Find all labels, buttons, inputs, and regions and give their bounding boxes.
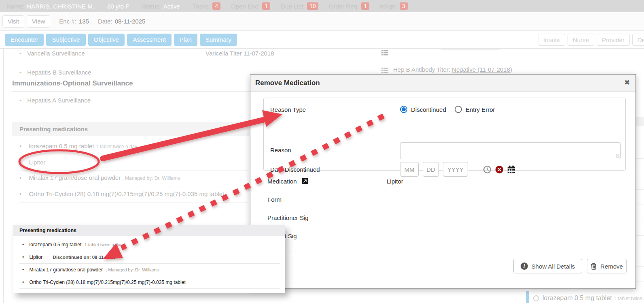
day-input[interactable] [423,162,439,177]
entry-error-radio-label[interactable]: Entry Error [466,106,495,113]
enc-number-value: 135 [79,18,89,25]
close-icon[interactable]: ✖ [625,79,630,86]
hep-b-titer-link[interactable]: Negative (11-07-2018) [452,66,512,73]
enc-number-label: Enc #: [59,18,76,25]
external-link-icon[interactable] [302,178,308,186]
medication-detail: 1 tablet twice a day [614,296,644,301]
stage-tab-group: Intake Nurse Provider Depar [538,34,644,46]
panel-left-border [3,49,4,303]
calendar-icon[interactable] [507,165,516,175]
immunization-row-label: Hepatitis A Surveillance [19,97,91,104]
reason-label: Reason [270,147,291,154]
discontinued-radio[interactable] [400,106,407,113]
reason-input[interactable] [400,142,621,159]
row-divider [19,186,248,186]
row-divider [636,266,644,267]
app-window: Name: HARRIS, CHRISTINE M. 30 y/o F Stat… [0,0,644,303]
tab-plan[interactable]: Plan [174,34,197,46]
due-list-label: Due List: [281,3,305,10]
medication-row: lorazepam 0.5 mg tablet 1 tablet twice a… [542,294,644,302]
medication-detail: 1 tablet twice a day [96,144,138,149]
medication-detail: ; Managed by: Dr. Williams [122,175,180,181]
clock-icon[interactable] [483,165,491,175]
order-req-badge[interactable]: 1 [361,2,369,10]
tab-objective[interactable]: Objective [88,34,125,46]
medication-name: lorazepam 0.5 mg tablet [542,294,612,301]
row-divider [19,170,248,171]
row-divider [636,235,644,236]
row-divider [636,282,644,282]
dialog-title: Remove Medication [255,79,320,87]
medication-label: Medication [267,178,297,185]
tab-encounter[interactable]: Encounter [5,34,44,46]
view-button[interactable]: View [27,15,50,28]
show-all-details-button[interactable]: i Show All Details [513,259,582,273]
order-req-label: Order Req: [329,3,359,10]
year-input[interactable] [443,162,468,177]
tab-departure[interactable]: Depar [632,34,644,46]
form-label: Form [267,196,282,203]
remove-medication-dialog: Remove Medication ✖ Reason Type Disconti… [250,74,636,289]
medication-name: Ortho Tri-Cyclen (28) 0.18 mg(7)/0.215mg… [29,190,224,197]
tab-nurse[interactable]: Nurse [568,34,594,46]
medication-row: Miralax 17 gram/dose oral powder ; Manag… [19,174,180,181]
medication-detail: 1 tablet twice a day [85,242,123,247]
name-label: Name: [6,3,24,10]
patient-info-bar: Name: HARRIS, CHRISTINE M. 30 y/o F Stat… [0,0,644,12]
discontinued-on-note: Discontinued on: 08-11-2025 [53,255,116,260]
right-panel-band [636,117,644,126]
reason-fieldset: Reason Type Discontinued Entry Error Rea… [263,98,626,171]
due-list-badge[interactable]: 10 [307,2,318,10]
row-divider [19,202,248,203]
medication-value: Lipitor [387,178,403,185]
tasks-label: Tasks: [193,3,210,10]
medication-name: Miralax 17 gram/dose oral powder [30,267,103,273]
row-divider [12,63,632,63]
month-input[interactable] [400,162,419,177]
esign-badge[interactable]: 3 [400,2,408,10]
entry-error-radio[interactable] [455,106,462,113]
medication-name: Lipitor [30,254,43,260]
open-enc-badge[interactable]: 1 [262,2,270,10]
tab-assessment[interactable]: Assessment [127,34,172,46]
row-divider [19,276,280,276]
row-divider [636,158,644,159]
status-label: Status: [142,3,161,10]
date-discontinued-label: Date Discontinued [270,166,320,173]
tasks-badge[interactable]: 4 [212,2,220,10]
resize-handle-icon[interactable] [616,154,619,158]
medication-row: lorazepam 0.5 mg tablet 1 tablet twice a… [22,242,123,248]
reason-type-label: Reason Type [270,106,306,113]
medication-name: lorazepam 0.5 mg tablet [30,242,82,248]
tab-subjective[interactable]: Subjective [46,34,85,46]
inset-header: Presenting medications [13,225,285,236]
clipped-text-artifact [441,49,500,49]
row-divider [636,174,644,174]
medication-name: lorazepam 0.5 mg tablet [29,143,94,149]
esign-label: eSign: [380,3,397,10]
medication-row: Lipitor [19,159,45,166]
list-icon[interactable] [381,50,388,58]
reason-input-wrap [400,142,621,159]
encounter-bar: Visit View Enc #: 135 Date: 08-11-2025 [0,12,644,31]
discontinued-radio-label[interactable]: Discontinued [411,106,446,113]
tab-summary[interactable]: Summary [200,34,237,46]
medication-name: Lipitor [29,159,45,166]
remove-button[interactable]: Remove [587,259,627,273]
radio-icon[interactable] [533,295,539,301]
status-value: Active [163,3,180,10]
row-divider [19,251,280,251]
updated-medications-inset: Presenting medications lorazepam 0.5 mg … [13,225,285,293]
immunization-row-label: Hepatitis B Surveillance [19,69,91,76]
optional-surveillance-heading: Immunizations-Optional Surveillance [12,79,250,92]
visit-button[interactable]: Visit [2,15,24,28]
tab-provider[interactable]: Provider [597,34,630,46]
medication-row: Ortho Tri-Cyclen (28) 0.18 mg(7)/0.215mg… [22,280,186,285]
medication-row: Lipitor Discontinued on: 08-11-2025 [22,254,116,260]
immunization-row-value: Varicella Titer 11-07-2018 [205,50,274,57]
medication-detail: ; Managed by: Dr. Williams [106,267,159,272]
hep-b-titer-row: Hep B Antibody Titer: Negative (11-07-20… [393,66,512,73]
patient-age-sex: 30 y/o F [107,3,129,10]
clear-date-icon[interactable] [495,165,504,175]
tab-intake[interactable]: Intake [538,34,565,46]
